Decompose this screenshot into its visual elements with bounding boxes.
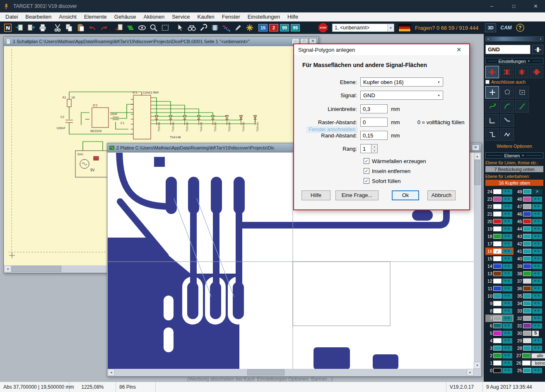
layer-color-swatch[interactable] [522,361,531,366]
layer-visibility-button[interactable]: ✕✕ [532,219,542,224]
layer-color-swatch[interactable] [523,219,531,224]
ok-button[interactable]: Ok [392,190,419,200]
layer-visibility-button[interactable]: ✕✕ [502,264,512,269]
frame-button[interactable] [160,22,171,33]
layer-color-swatch[interactable] [523,316,531,321]
leiter-layer-button[interactable]: 16 Kupfer oben [485,180,543,186]
layer-color-swatch[interactable] [493,316,502,321]
layer-color-swatch[interactable] [523,204,531,209]
menu-item-kaufen[interactable]: Kaufen [194,13,218,21]
pcb-close-button[interactable] [472,144,480,151]
layer-visibility-button[interactable]: ✕✕ [502,279,512,284]
layer-visibility-button[interactable]: ✕✕ [502,323,512,329]
layer-color-swatch[interactable] [523,249,531,254]
cursor-button[interactable] [175,22,186,33]
menu-item-aktionen[interactable]: Aktionen [140,13,169,21]
layer-visibility-button[interactable]: ✕✕ [502,338,512,344]
layer-color-swatch[interactable] [493,301,502,306]
linienbreite-input[interactable] [360,104,388,113]
layer-color-swatch[interactable] [523,234,531,239]
wrench-button[interactable] [198,22,209,33]
polygon-select-button[interactable] [500,86,514,99]
crosshair-plus-button[interactable] [485,86,499,99]
checkbox-row-inseln[interactable]: Inseln entfernen [364,167,410,175]
layer-visibility-button[interactable]: ✕✕ [532,264,542,269]
layers-none-button[interactable]: keine [531,361,545,366]
layer-color-swatch[interactable] [523,264,531,269]
menu-item-ansicht[interactable]: Ansicht [55,13,80,21]
s-curve-button[interactable] [515,100,529,113]
hilfe-button[interactable]: Hilfe [301,190,330,200]
layer-color-swatch[interactable] [493,308,502,313]
layer-visibility-button[interactable]: ✕✕ [502,316,512,321]
layer-color-swatch[interactable] [523,293,531,298]
minimize-button[interactable] [482,0,501,12]
hotline-link[interactable]: Fragen? 0 66 59 / 919 444 [415,25,478,31]
maximize-button[interactable] [504,0,523,12]
raster-abstand-input[interactable] [360,118,388,127]
cut-button[interactable] [52,22,63,33]
layer-visibility-button[interactable]: ✕✕ [532,197,542,202]
layer-visibility-button[interactable]: ✕✕ [532,308,542,314]
eine-frage-button[interactable]: Eine Frage... [335,190,379,200]
anschluesse-checkbox[interactable] [485,80,490,84]
layer-visibility-button[interactable]: ✕✕ [532,249,542,254]
layer-visibility-button[interactable]: ✕✕ [502,271,512,277]
layer-visibility-button[interactable]: ✕✕ [502,212,512,217]
layer-visibility-button[interactable]: ✕✕ [502,301,512,306]
layer-visibility-button[interactable]: ✕✕ [502,256,512,262]
rect-select-button[interactable] [515,86,529,99]
import-button[interactable] [14,22,25,33]
spline-button[interactable] [485,100,499,113]
layer-visibility-button[interactable]: ✕✕ [502,293,512,299]
menu-item-datei[interactable]: Datei [2,13,22,21]
layer-color-swatch[interactable] [493,331,502,336]
signal-wave-button[interactable] [221,22,232,33]
layer-visibility-button[interactable]: ✕✕ [532,301,542,306]
layer-color-swatch[interactable]: ✓ [493,249,502,254]
layer-visibility-button[interactable]: ✕✕ [502,286,512,291]
layer-color-swatch[interactable] [493,346,502,351]
menu-item-einstellungen[interactable]: Einstellungen [244,13,284,21]
eye-button[interactable] [137,22,147,33]
undo-button[interactable] [87,22,98,33]
layer-color-swatch[interactable] [523,197,531,202]
layer-visibility-button[interactable]: ✕✕ [502,361,512,366]
scrollbar-thumb[interactable] [12,266,61,272]
layer-color-swatch[interactable] [493,279,502,284]
sofort-checkbox[interactable] [364,178,369,184]
layer-color-swatch[interactable] [523,241,531,246]
layer-color-swatch[interactable] [523,368,531,373]
layer-visibility-button[interactable]: ✕✕ [532,241,542,247]
zoom-button[interactable] [148,22,159,33]
pcb-vertical-scrollbar[interactable] [474,153,481,369]
layer-visibility-button[interactable]: ✕✕ [532,346,542,351]
layer-visibility-button[interactable]: ✕✕ [502,189,512,195]
schematic-window-titlebar[interactable]: 1 Schaltplan C:\Users\Mathias\AppData\Ro… [4,37,318,46]
layer-visibility-button[interactable]: ✕✕ [502,353,512,358]
new-file-button[interactable]: N [2,22,13,33]
layer-color-swatch[interactable] [493,353,502,358]
layer-visibility-button[interactable]: ✕✕ [532,323,542,329]
menu-item-gehuse[interactable]: Gehäuse [111,13,140,21]
signal-name-input[interactable] [485,45,531,54]
scrollbar-thumb[interactable] [474,160,480,185]
print-button[interactable] [37,22,48,33]
layer-visibility-button[interactable]: ✕✕ [502,331,512,336]
layer-color-swatch[interactable] [523,189,531,194]
layer-color-swatch[interactable] [523,212,531,216]
layer-color-swatch[interactable] [523,226,531,231]
layer-visibility-button[interactable]: ✕✕ [502,308,512,314]
rang-input[interactable] [360,144,371,153]
layer-color-swatch[interactable] [493,212,502,216]
layer-visibility-button[interactable]: > [532,189,542,195]
scroll-right-button[interactable] [467,369,474,376]
ebene-dropdown[interactable]: Kupfer oben (16) [360,77,443,87]
status-counter-badge[interactable]: 99 [291,24,300,31]
layer-visibility-button[interactable]: ✕✕ [502,249,512,254]
layer-color-swatch[interactable] [523,256,531,261]
layer-color-swatch[interactable] [493,219,502,224]
menu-item-elemente[interactable]: Elemente [80,13,111,21]
layer-color-swatch[interactable] [523,279,531,284]
ebenen-section-header[interactable]: Ebenen [485,152,543,159]
